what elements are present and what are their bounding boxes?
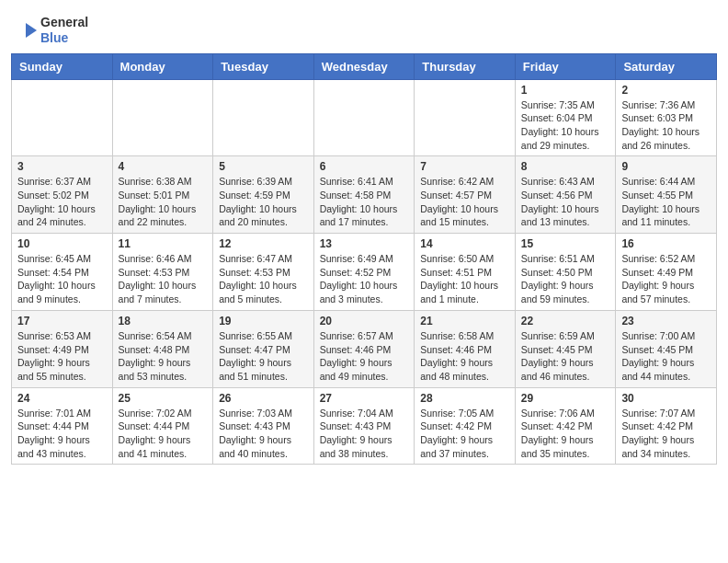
day-number: 8 [521, 160, 610, 173]
day-info: Sunrise: 7:03 AMSunset: 4:43 PMDaylight:… [219, 407, 308, 461]
day-number: 5 [219, 160, 308, 173]
calendar-cell: 14Sunrise: 6:50 AMSunset: 4:51 PMDayligh… [415, 234, 516, 311]
calendar-week-4: 17Sunrise: 6:53 AMSunset: 4:49 PMDayligh… [12, 310, 717, 387]
day-info: Sunrise: 7:04 AMSunset: 4:43 PMDaylight:… [320, 407, 409, 461]
day-info: Sunrise: 6:44 AMSunset: 4:55 PMDaylight:… [621, 175, 711, 229]
calendar-body: 1Sunrise: 7:35 AMSunset: 6:04 PMDaylight… [12, 79, 717, 465]
calendar-cell: 25Sunrise: 7:02 AMSunset: 4:44 PMDayligh… [112, 387, 213, 465]
calendar-cell: 27Sunrise: 7:04 AMSunset: 4:43 PMDayligh… [313, 387, 415, 465]
day-number: 30 [621, 392, 711, 405]
day-info: Sunrise: 7:06 AMSunset: 4:42 PMDaylight:… [521, 407, 610, 461]
day-info: Sunrise: 6:37 AMSunset: 5:02 PMDaylight:… [17, 175, 107, 229]
day-number: 13 [320, 237, 409, 250]
day-number: 27 [320, 392, 409, 405]
day-number: 3 [17, 160, 107, 173]
day-number: 14 [420, 237, 509, 250]
calendar-cell: 11Sunrise: 6:46 AMSunset: 4:53 PMDayligh… [112, 234, 213, 311]
logo: General Blue [18, 15, 88, 46]
day-info: Sunrise: 6:38 AMSunset: 5:01 PMDaylight:… [119, 175, 208, 229]
day-number: 29 [521, 392, 610, 405]
calendar-cell: 1Sunrise: 7:35 AMSunset: 6:04 PMDaylight… [515, 79, 616, 156]
day-info: Sunrise: 6:42 AMSunset: 4:57 PMDaylight:… [420, 175, 509, 229]
weekday-header-row: SundayMondayTuesdayWednesdayThursdayFrid… [12, 53, 717, 79]
day-number: 22 [521, 315, 610, 327]
day-info: Sunrise: 7:07 AMSunset: 4:42 PMDaylight:… [621, 407, 711, 461]
calendar-cell: 18Sunrise: 6:54 AMSunset: 4:48 PMDayligh… [112, 310, 213, 387]
day-info: Sunrise: 6:52 AMSunset: 4:49 PMDaylight:… [621, 252, 711, 306]
day-number: 16 [621, 237, 711, 250]
day-info: Sunrise: 7:36 AMSunset: 6:03 PMDaylight:… [621, 98, 711, 153]
day-info: Sunrise: 6:45 AMSunset: 4:54 PMDaylight:… [17, 252, 107, 306]
calendar-cell: 5Sunrise: 6:39 AMSunset: 4:59 PMDaylight… [213, 156, 314, 234]
day-number: 18 [119, 315, 208, 327]
day-info: Sunrise: 6:55 AMSunset: 4:47 PMDaylight:… [219, 329, 308, 384]
day-number: 11 [119, 237, 208, 250]
day-info: Sunrise: 6:54 AMSunset: 4:48 PMDaylight:… [119, 329, 208, 384]
calendar-cell: 24Sunrise: 7:01 AMSunset: 4:44 PMDayligh… [12, 387, 113, 465]
day-number: 17 [17, 315, 107, 327]
day-info: Sunrise: 6:49 AMSunset: 4:52 PMDaylight:… [320, 252, 409, 306]
logo-bird-icon [18, 16, 37, 45]
day-info: Sunrise: 7:35 AMSunset: 6:04 PMDaylight:… [521, 98, 610, 153]
calendar-cell: 12Sunrise: 6:47 AMSunset: 4:53 PMDayligh… [213, 234, 314, 311]
day-number: 2 [621, 84, 711, 97]
day-info: Sunrise: 6:39 AMSunset: 4:59 PMDaylight:… [219, 175, 308, 229]
day-info: Sunrise: 6:53 AMSunset: 4:49 PMDaylight:… [17, 329, 107, 384]
day-number: 24 [17, 392, 107, 405]
day-number: 28 [420, 392, 509, 405]
calendar-cell: 22Sunrise: 6:59 AMSunset: 4:45 PMDayligh… [515, 310, 616, 387]
calendar-week-2: 3Sunrise: 6:37 AMSunset: 5:02 PMDaylight… [12, 156, 717, 234]
day-number: 1 [521, 84, 610, 97]
day-info: Sunrise: 6:57 AMSunset: 4:46 PMDaylight:… [320, 329, 409, 384]
day-number: 6 [320, 160, 409, 173]
weekday-header-wednesday: Wednesday [313, 53, 415, 79]
calendar-wrapper: SundayMondayTuesdayWednesdayThursdayFrid… [0, 53, 728, 477]
calendar-cell: 20Sunrise: 6:57 AMSunset: 4:46 PMDayligh… [313, 310, 415, 387]
day-number: 19 [219, 315, 308, 327]
day-info: Sunrise: 6:50 AMSunset: 4:51 PMDaylight:… [420, 252, 509, 306]
calendar-cell [313, 79, 415, 156]
day-number: 15 [521, 237, 610, 250]
day-info: Sunrise: 6:46 AMSunset: 4:53 PMDaylight:… [119, 252, 208, 306]
day-info: Sunrise: 6:58 AMSunset: 4:46 PMDaylight:… [420, 329, 509, 384]
day-info: Sunrise: 6:47 AMSunset: 4:53 PMDaylight:… [219, 252, 308, 306]
calendar-cell: 4Sunrise: 6:38 AMSunset: 5:01 PMDaylight… [112, 156, 213, 234]
svg-marker-0 [26, 23, 37, 38]
calendar-cell: 21Sunrise: 6:58 AMSunset: 4:46 PMDayligh… [415, 310, 516, 387]
calendar-week-1: 1Sunrise: 7:35 AMSunset: 6:04 PMDaylight… [12, 79, 717, 156]
calendar-cell: 28Sunrise: 7:05 AMSunset: 4:42 PMDayligh… [415, 387, 516, 465]
logo-container: General Blue [18, 15, 88, 46]
calendar-cell: 29Sunrise: 7:06 AMSunset: 4:42 PMDayligh… [515, 387, 616, 465]
weekday-header-sunday: Sunday [12, 53, 113, 79]
calendar-cell: 7Sunrise: 6:42 AMSunset: 4:57 PMDaylight… [415, 156, 516, 234]
day-info: Sunrise: 7:00 AMSunset: 4:45 PMDaylight:… [621, 329, 711, 384]
calendar-cell: 6Sunrise: 6:41 AMSunset: 4:58 PMDaylight… [313, 156, 415, 234]
day-number: 4 [119, 160, 208, 173]
weekday-header-friday: Friday [515, 53, 616, 79]
calendar-cell [213, 79, 314, 156]
calendar-cell: 13Sunrise: 6:49 AMSunset: 4:52 PMDayligh… [313, 234, 415, 311]
calendar-cell: 19Sunrise: 6:55 AMSunset: 4:47 PMDayligh… [213, 310, 314, 387]
calendar-table: SundayMondayTuesdayWednesdayThursdayFrid… [11, 53, 717, 465]
day-info: Sunrise: 7:05 AMSunset: 4:42 PMDaylight:… [420, 407, 509, 461]
calendar-cell: 16Sunrise: 6:52 AMSunset: 4:49 PMDayligh… [616, 234, 717, 311]
calendar-header: SundayMondayTuesdayWednesdayThursdayFrid… [12, 53, 717, 79]
day-info: Sunrise: 7:02 AMSunset: 4:44 PMDaylight:… [119, 407, 208, 461]
calendar-cell: 17Sunrise: 6:53 AMSunset: 4:49 PMDayligh… [12, 310, 113, 387]
calendar-cell: 9Sunrise: 6:44 AMSunset: 4:55 PMDaylight… [616, 156, 717, 234]
calendar-cell: 30Sunrise: 7:07 AMSunset: 4:42 PMDayligh… [616, 387, 717, 465]
calendar-cell [12, 79, 113, 156]
page-header: General Blue [0, 0, 728, 53]
calendar-week-3: 10Sunrise: 6:45 AMSunset: 4:54 PMDayligh… [12, 234, 717, 311]
day-number: 7 [420, 160, 509, 173]
day-number: 12 [219, 237, 308, 250]
day-info: Sunrise: 6:43 AMSunset: 4:56 PMDaylight:… [521, 175, 610, 229]
weekday-header-thursday: Thursday [415, 53, 516, 79]
day-number: 25 [119, 392, 208, 405]
calendar-cell [112, 79, 213, 156]
day-number: 23 [621, 315, 711, 327]
calendar-cell [415, 79, 516, 156]
day-info: Sunrise: 6:51 AMSunset: 4:50 PMDaylight:… [521, 252, 610, 306]
day-info: Sunrise: 7:01 AMSunset: 4:44 PMDaylight:… [17, 407, 107, 461]
day-number: 21 [420, 315, 509, 327]
